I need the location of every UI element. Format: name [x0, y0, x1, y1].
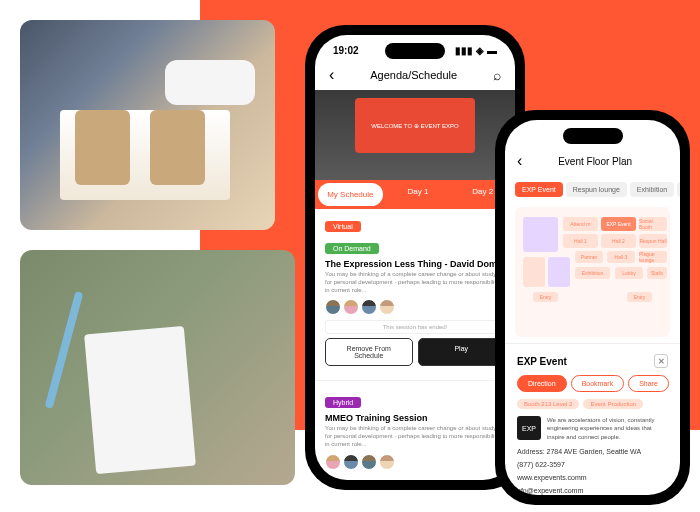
booth-tag: Booth 213 Level 2	[517, 399, 579, 409]
exhibitor-tagline: We are accelerators of vision, constantl…	[547, 416, 668, 441]
signal-icon: ▮▮▮	[455, 45, 473, 56]
tab-my-schedule[interactable]: My Schedule	[318, 183, 383, 206]
divider	[315, 380, 515, 381]
speaker-avatars	[325, 299, 505, 315]
phone-notch	[385, 43, 445, 59]
phone-floorplan: ‹ Event Floor Plan EXP Event Respun loun…	[495, 110, 690, 505]
booth-detail-card: EXP Event ✕ Direction Bookmark Share Boo…	[505, 343, 680, 495]
floor-block[interactable]	[548, 257, 570, 287]
speaker-avatars	[325, 454, 505, 470]
badge-hybrid: Hybrid	[325, 397, 361, 408]
session-title: The Expression Less Thing - David Dom	[325, 259, 505, 269]
wifi-icon: ◈	[476, 45, 484, 56]
badge-ondemand: On Demand	[325, 243, 379, 254]
badge-virtual: Virtual	[325, 221, 361, 232]
avatar[interactable]	[379, 454, 395, 470]
session-card: Virtual ☆ On Demand The Expression Less …	[315, 209, 515, 376]
tab-exhibition[interactable]: Exhibition	[630, 182, 674, 197]
exhibitor-email: nfo@expevent.comm	[517, 487, 668, 494]
session-card: Hybrid ☆ MMEO Training Session You may b…	[315, 385, 515, 480]
share-button[interactable]: Share	[628, 375, 669, 392]
floor-block[interactable]: Hall 3	[607, 251, 635, 263]
hero-banner: WELCOME TO ⊕ EVENT EXPO	[315, 90, 515, 180]
page-title: Agenda/Schedule	[370, 69, 457, 81]
close-icon[interactable]: ✕	[654, 354, 668, 368]
remove-button[interactable]: Remove From Schedule	[325, 338, 413, 366]
booth-tag: Event Production	[583, 399, 643, 409]
floor-block-active[interactable]: EXP Event	[601, 217, 636, 231]
floor-entry[interactable]: Entry	[627, 292, 652, 302]
search-icon[interactable]: ⌕	[493, 67, 501, 83]
tablet-stand	[75, 110, 130, 185]
avatar[interactable]	[343, 454, 359, 470]
battery-icon: ▬	[487, 45, 497, 56]
floor-block[interactable]: Exhibition	[575, 267, 610, 279]
exhibitor-web: www.expevents.comm	[517, 474, 668, 481]
stage-screen: WELCOME TO ⊕ EVENT EXPO	[355, 98, 475, 153]
avatar[interactable]	[325, 299, 341, 315]
floor-tabs: EXP Event Respun lounge Exhibition Exhib…	[505, 178, 680, 201]
floor-block[interactable]: Lobby	[615, 267, 643, 279]
session-title: MMEO Training Session	[325, 413, 505, 423]
avatar[interactable]	[379, 299, 395, 315]
photo-badge-handoff	[20, 250, 295, 485]
floor-block[interactable]: Attend rn	[563, 217, 598, 231]
avatar[interactable]	[361, 454, 377, 470]
photo-checkin-tablets	[20, 20, 275, 230]
tab-respun[interactable]: Respun lounge	[566, 182, 627, 197]
phone-agenda: 19:02 ▮▮▮ ◈ ▬ ‹ Agenda/Schedule ⌕ WELCOM…	[305, 25, 525, 490]
floor-block[interactable]: Partner	[575, 251, 603, 263]
play-button[interactable]: Play	[418, 338, 506, 366]
floorplan-map[interactable]: Attend rn EXP Event Social Booth Hall 1 …	[515, 207, 670, 337]
exhibitor-phone: (877) 622-3597	[517, 461, 668, 468]
tab-exhibition2[interactable]: Exhibition	[677, 182, 680, 197]
floor-block[interactable]	[523, 257, 545, 287]
floor-block[interactable]: Respun Hall	[639, 234, 667, 248]
avatar[interactable]	[361, 299, 377, 315]
floor-block[interactable]	[523, 217, 558, 252]
floor-block[interactable]: Hall 2	[601, 234, 636, 248]
session-desc: You may be thinking of a complete career…	[325, 425, 505, 448]
tablet-stand	[150, 110, 205, 185]
floor-block[interactable]: Stalls	[647, 267, 667, 279]
floor-block[interactable]: Hall 1	[563, 234, 598, 248]
tab-exp-event[interactable]: EXP Event	[515, 182, 563, 197]
exhibitor-logo: EXP	[517, 416, 541, 440]
avatar[interactable]	[343, 299, 359, 315]
bookmark-button[interactable]: Bookmark	[571, 375, 625, 392]
floor-block[interactable]: Social Booth	[639, 217, 667, 231]
phone-notch	[563, 128, 623, 144]
booth-title: EXP Event	[517, 356, 567, 367]
session-ended-notice: This session has ended!	[325, 320, 505, 334]
back-icon[interactable]: ‹	[329, 66, 334, 84]
avatar[interactable]	[325, 454, 341, 470]
status-time: 19:02	[333, 45, 359, 56]
page-title: Event Floor Plan	[522, 156, 668, 167]
tab-day1[interactable]: Day 1	[386, 180, 451, 209]
floor-block[interactable]: Plague lounge	[639, 251, 667, 263]
schedule-tabs: My Schedule Day 1 Day 2	[315, 180, 515, 209]
session-desc: You may be thinking of a complete career…	[325, 271, 505, 294]
direction-button[interactable]: Direction	[517, 375, 567, 392]
floor-entry[interactable]: Entry	[533, 292, 558, 302]
exhibitor-address: Address: 2784 AVE Garden, Seattle WA	[517, 448, 668, 455]
